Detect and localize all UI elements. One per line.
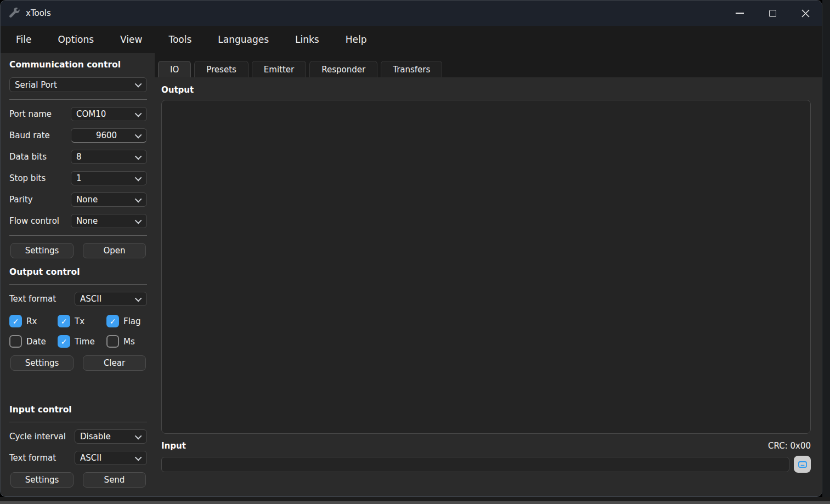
rx-checkbox[interactable]: ✓ Rx xyxy=(9,315,58,327)
tab-responder[interactable]: Responder xyxy=(309,61,377,77)
baud-rate-row: Baud rate 9600 xyxy=(9,128,147,143)
input-text-format-select[interactable]: ASCII xyxy=(75,451,147,465)
output-text-format-label: Text format xyxy=(9,294,75,304)
minimize-button[interactable] xyxy=(723,1,756,26)
output-text-format-row: Text format ASCII xyxy=(9,292,147,306)
checkbox-icon: ✓ xyxy=(9,335,22,348)
parity-row: Parity None xyxy=(9,192,147,207)
input-text-format-label: Text format xyxy=(9,453,75,463)
close-icon xyxy=(801,9,810,18)
output-settings-button[interactable]: Settings xyxy=(10,355,74,371)
data-bits-row: Data bits 8 xyxy=(9,150,147,164)
stop-bits-label: Stop bits xyxy=(9,173,71,183)
comm-type-select[interactable]: Serial Port xyxy=(9,77,147,92)
port-name-label: Port name xyxy=(9,109,71,119)
flag-checkbox[interactable]: ✓ Flag xyxy=(106,315,147,327)
menu-file[interactable]: File xyxy=(3,34,44,45)
input-box-icon xyxy=(797,459,808,470)
flow-control-select[interactable]: None xyxy=(71,214,147,228)
output-clear-button[interactable]: Clear xyxy=(83,355,146,371)
input-format-button[interactable] xyxy=(794,456,811,473)
output-text-format-select[interactable]: ASCII xyxy=(75,292,147,306)
screen-bottom-edge xyxy=(0,501,830,504)
title-bar[interactable]: xTools xyxy=(1,1,822,26)
input-section-label: Input xyxy=(161,441,186,451)
comm-open-button[interactable]: Open xyxy=(83,243,146,258)
parity-label: Parity xyxy=(9,195,71,205)
menu-options[interactable]: Options xyxy=(44,34,107,45)
tab-emitter[interactable]: Emitter xyxy=(252,61,306,77)
input-field[interactable] xyxy=(161,457,789,472)
output-control-title: Output control xyxy=(9,267,147,277)
close-button[interactable] xyxy=(789,1,822,26)
separator xyxy=(9,422,147,422)
input-text-format-row: Text format ASCII xyxy=(9,451,147,465)
port-name-select[interactable]: COM10 xyxy=(71,107,147,121)
output-flags-grid: ✓ Rx ✓ Tx ✓ Flag ✓ Date xyxy=(9,315,147,348)
tx-checkbox[interactable]: ✓ Tx xyxy=(58,315,106,327)
input-settings-button[interactable]: Settings xyxy=(10,472,74,488)
baud-rate-label: Baud rate xyxy=(9,131,71,140)
menu-links[interactable]: Links xyxy=(282,34,332,45)
menu-tools[interactable]: Tools xyxy=(155,34,205,45)
spacer xyxy=(9,371,147,405)
date-checkbox[interactable]: ✓ Date xyxy=(9,335,58,348)
cycle-interval-label: Cycle interval xyxy=(9,432,75,441)
minimize-icon xyxy=(736,13,744,14)
separator xyxy=(9,99,147,100)
screen-right-gap xyxy=(822,0,830,504)
data-bits-label: Data bits xyxy=(9,152,71,162)
maximize-icon xyxy=(769,10,776,17)
output-section-label: Output xyxy=(161,85,811,95)
data-bits-select[interactable]: 8 xyxy=(71,150,147,164)
app-window: xTools File Options View Tools Languages… xyxy=(0,0,822,497)
separator xyxy=(9,235,147,236)
flow-control-row: Flow control None xyxy=(9,214,147,228)
time-checkbox[interactable]: ✓ Time xyxy=(58,335,106,348)
input-control-title: Input control xyxy=(9,405,147,415)
checkbox-icon: ✓ xyxy=(9,315,22,327)
stop-bits-row: Stop bits 1 xyxy=(9,171,147,185)
crc-value: CRC: 0x00 xyxy=(768,441,811,451)
tab-presets[interactable]: Presets xyxy=(194,61,249,77)
parity-select[interactable]: None xyxy=(71,192,147,207)
input-send-button[interactable]: Send xyxy=(83,472,146,488)
menu-help[interactable]: Help xyxy=(332,34,380,45)
menu-view[interactable]: View xyxy=(107,34,155,45)
stop-bits-select[interactable]: 1 xyxy=(71,171,147,185)
checkbox-icon: ✓ xyxy=(58,335,70,348)
desktop: xTools File Options View Tools Languages… xyxy=(0,0,830,504)
sidebar: Communication control Serial Port Port n… xyxy=(1,53,155,497)
window-title: xTools xyxy=(26,8,51,18)
checkbox-icon: ✓ xyxy=(106,315,119,327)
separator xyxy=(9,284,147,285)
port-name-row: Port name COM10 xyxy=(9,107,147,121)
menu-bar: File Options View Tools Languages Links … xyxy=(1,26,822,53)
baud-rate-select[interactable]: 9600 xyxy=(71,128,147,143)
menu-languages[interactable]: Languages xyxy=(205,34,282,45)
wrench-icon xyxy=(8,7,20,19)
ms-checkbox[interactable]: ✓ Ms xyxy=(106,335,147,348)
checkbox-icon: ✓ xyxy=(58,315,70,327)
checkbox-icon: ✓ xyxy=(106,335,119,348)
maximize-button[interactable] xyxy=(756,1,789,26)
tab-transfers[interactable]: Transfers xyxy=(381,61,442,77)
comm-settings-button[interactable]: Settings xyxy=(10,243,74,258)
main-area: IO Presets Emitter Responder Transfers O… xyxy=(155,53,822,497)
tab-bar: IO Presets Emitter Responder Transfers xyxy=(155,53,822,77)
cycle-interval-row: Cycle interval Disable xyxy=(9,429,147,444)
io-panel: Output Input CRC: 0x00 xyxy=(155,77,822,497)
communication-control-title: Communication control xyxy=(9,60,147,70)
flow-control-label: Flow control xyxy=(9,216,71,226)
cycle-interval-select[interactable]: Disable xyxy=(75,429,147,444)
tab-io[interactable]: IO xyxy=(158,61,191,77)
output-console[interactable] xyxy=(161,100,811,434)
